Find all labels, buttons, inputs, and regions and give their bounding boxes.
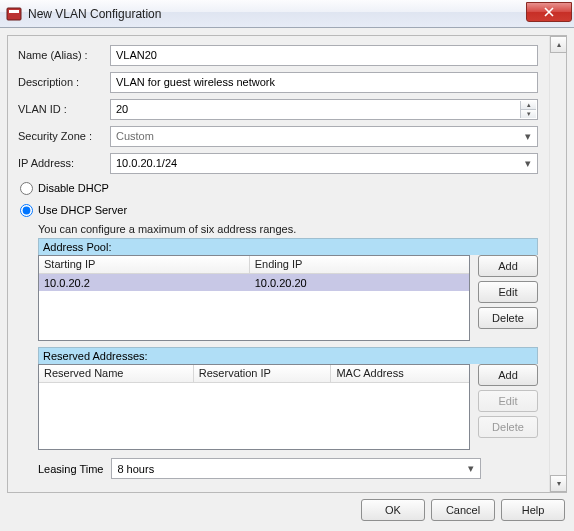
address-pool-section: Address Pool: Starting IP Ending IP 10.0… bbox=[38, 238, 538, 341]
securityzone-dropdown[interactable]: Custom ▾ bbox=[110, 126, 538, 147]
reserved-columns: Reserved Name Reservation IP MAC Address bbox=[39, 365, 469, 383]
chevron-down-icon: ▾ bbox=[462, 460, 479, 477]
disable-dhcp-row[interactable]: Disable DHCP bbox=[18, 179, 538, 197]
ok-button[interactable]: OK bbox=[361, 499, 425, 521]
col-reservation-ip[interactable]: Reservation IP bbox=[194, 365, 332, 382]
cancel-button[interactable]: Cancel bbox=[431, 499, 495, 521]
address-pool-row[interactable]: 10.0.20.2 10.0.20.20 bbox=[39, 274, 469, 291]
cell-end-ip: 10.0.20.20 bbox=[250, 277, 469, 289]
address-pool-add-button[interactable]: Add bbox=[478, 255, 538, 277]
vlanid-spin-up[interactable]: ▴ bbox=[520, 101, 536, 110]
chevron-down-icon: ▾ bbox=[519, 128, 536, 145]
client-area: ▴ ▾ Name (Alias) : Description : VLAN ID… bbox=[0, 28, 574, 531]
svg-rect-0 bbox=[7, 8, 21, 20]
cell-start-ip: 10.0.20.2 bbox=[39, 277, 250, 289]
panel-scrollbar[interactable]: ▴ ▾ bbox=[549, 36, 566, 492]
address-pool-columns: Starting IP Ending IP bbox=[39, 256, 469, 274]
app-icon bbox=[6, 6, 22, 22]
use-dhcp-radio[interactable] bbox=[20, 204, 33, 217]
scroll-down-button[interactable]: ▾ bbox=[550, 475, 567, 492]
description-input[interactable] bbox=[110, 72, 538, 93]
col-starting-ip[interactable]: Starting IP bbox=[39, 256, 250, 273]
name-label: Name (Alias) : bbox=[18, 49, 110, 61]
titlebar: New VLAN Configuration bbox=[0, 0, 574, 28]
address-pool-table[interactable]: Starting IP Ending IP 10.0.20.2 10.0.20.… bbox=[38, 255, 470, 341]
reserved-buttons: Add Edit Delete bbox=[478, 364, 538, 450]
chevron-down-icon: ▾ bbox=[519, 155, 536, 172]
reserved-edit-button[interactable]: Edit bbox=[478, 390, 538, 412]
dhcp-hint: You can configure a maximum of six addre… bbox=[38, 223, 538, 235]
form-panel: ▴ ▾ Name (Alias) : Description : VLAN ID… bbox=[7, 35, 567, 493]
vlanid-input[interactable]: 20 ▴ ▾ bbox=[110, 99, 538, 120]
col-ending-ip[interactable]: Ending IP bbox=[250, 256, 469, 273]
scroll-up-button[interactable]: ▴ bbox=[550, 36, 567, 53]
leasing-value: 8 hours bbox=[117, 463, 154, 475]
description-label: Description : bbox=[18, 76, 110, 88]
securityzone-value: Custom bbox=[116, 130, 154, 142]
address-pool-delete-button[interactable]: Delete bbox=[478, 307, 538, 329]
use-dhcp-label: Use DHCP Server bbox=[38, 204, 127, 216]
svg-rect-1 bbox=[9, 10, 19, 13]
vlanid-value: 20 bbox=[116, 103, 128, 115]
col-mac-address[interactable]: MAC Address bbox=[331, 365, 469, 382]
address-pool-edit-button[interactable]: Edit bbox=[478, 281, 538, 303]
col-reserved-name[interactable]: Reserved Name bbox=[39, 365, 194, 382]
name-input[interactable] bbox=[110, 45, 538, 66]
disable-dhcp-label: Disable DHCP bbox=[38, 182, 109, 194]
address-pool-header: Address Pool: bbox=[38, 238, 538, 255]
window-title: New VLAN Configuration bbox=[28, 7, 161, 21]
scroll-track[interactable] bbox=[550, 53, 566, 475]
vlanid-spin-down[interactable]: ▾ bbox=[520, 110, 536, 118]
reserved-delete-button[interactable]: Delete bbox=[478, 416, 538, 438]
reserved-table[interactable]: Reserved Name Reservation IP MAC Address bbox=[38, 364, 470, 450]
help-button[interactable]: Help bbox=[501, 499, 565, 521]
use-dhcp-row[interactable]: Use DHCP Server bbox=[18, 201, 538, 219]
reserved-header: Reserved Addresses: bbox=[38, 347, 538, 364]
ipaddress-label: IP Address: bbox=[18, 157, 110, 169]
ipaddress-value: 10.0.20.1/24 bbox=[116, 157, 177, 169]
vlanid-label: VLAN ID : bbox=[18, 103, 110, 115]
dialog-footer: OK Cancel Help bbox=[7, 493, 567, 521]
leasing-dropdown[interactable]: 8 hours ▾ bbox=[111, 458, 481, 479]
close-icon bbox=[544, 7, 554, 17]
disable-dhcp-radio[interactable] bbox=[20, 182, 33, 195]
securityzone-label: Security Zone : bbox=[18, 130, 110, 142]
reserved-add-button[interactable]: Add bbox=[478, 364, 538, 386]
address-pool-buttons: Add Edit Delete bbox=[478, 255, 538, 341]
close-button[interactable] bbox=[526, 2, 572, 22]
ipaddress-dropdown[interactable]: 10.0.20.1/24 ▾ bbox=[110, 153, 538, 174]
leasing-label: Leasing Time bbox=[38, 463, 103, 475]
reserved-section: Reserved Addresses: Reserved Name Reserv… bbox=[38, 347, 538, 450]
